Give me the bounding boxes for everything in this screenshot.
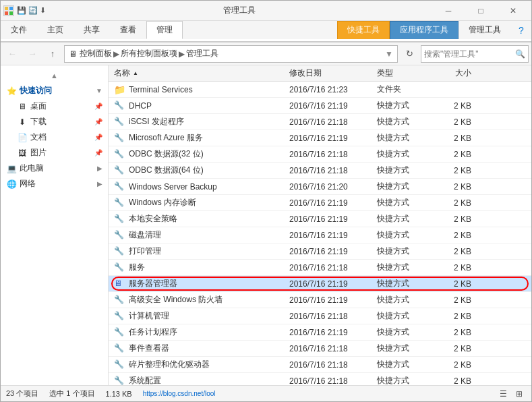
- ribbon-tabs: 文件 主页 共享 查看 管理 快捷工具 应用程序工具 管理工具 ?: [1, 21, 531, 39]
- table-row[interactable]: 🔧 iSCSI 发起程序 2016/7/16 21:18 快捷方式 2 KB: [109, 114, 531, 130]
- shortcut-icon: 🔧: [114, 376, 125, 386]
- table-row[interactable]: 🔧 任务计划程序 2016/7/16 21:19 快捷方式 2 KB: [109, 324, 531, 341]
- file-name-cell: 🔧 Windows 内存诊断: [114, 197, 289, 208]
- table-row[interactable]: 🔧 ODBC 数据源(64 位) 2016/7/16 21:18 快捷方式 2 …: [109, 163, 531, 179]
- details-view-button[interactable]: ☰: [496, 387, 510, 401]
- sidebar-item-this-pc[interactable]: 💻 此电脑 ▶: [1, 161, 108, 176]
- table-row[interactable]: 🔧 DHCP 2016/7/16 21:19 快捷方式 2 KB: [109, 98, 531, 114]
- file-name-cell: 🔧 计算机管理: [114, 310, 289, 322]
- tab-share[interactable]: 共享: [73, 21, 110, 39]
- picture-icon: 🖼: [17, 148, 28, 159]
- file-name: ODBC 数据源(32 位): [129, 148, 204, 160]
- shortcut-icon: 🔧: [114, 198, 125, 208]
- file-name-cell: 🔧 服务: [114, 262, 289, 273]
- column-header-name[interactable]: 名称 ▲: [114, 67, 289, 79]
- file-size: 2 KB: [431, 279, 471, 289]
- address-bar: ← → ↑ 🖥 控制面板 ▶ 所有控制面板项 ▶ 管理工具 ▼ ↻ 🔍: [1, 42, 531, 65]
- shortcut-icon: 🔧: [114, 262, 125, 273]
- search-box[interactable]: 🔍: [421, 45, 529, 63]
- file-explorer-window: 💾 🔄 ⬇ 管理工具 ─ □ ✕ 文件 主页 共享 查看 管理 快捷工具 应用程…: [0, 0, 532, 402]
- file-list-header: 名称 ▲ 修改日期 类型 大小: [109, 65, 531, 82]
- back-button[interactable]: ←: [3, 45, 21, 63]
- address-box[interactable]: 🖥 控制面板 ▶ 所有控制面板项 ▶ 管理工具 ▼: [64, 45, 398, 63]
- file-type: 文件夹: [377, 84, 431, 95]
- maximize-button[interactable]: □: [465, 1, 496, 21]
- file-size: 2 KB: [431, 117, 471, 127]
- table-row[interactable]: 🔧 Windows 内存诊断 2016/7/16 21:19 快捷方式 2 KB: [109, 195, 531, 211]
- file-date: 2016/7/16 21:18: [289, 344, 377, 353]
- table-row[interactable]: 🔧 本地安全策略 2016/7/16 21:19 快捷方式 2 KB: [109, 211, 531, 227]
- file-name: 打印管理: [129, 246, 161, 257]
- breadcrumb-dropdown-icon[interactable]: ▼: [385, 49, 393, 59]
- file-size: 2 KB: [431, 214, 471, 224]
- desktop-icon: 🖥: [17, 101, 28, 112]
- shortcut-icon: 🔧: [114, 165, 125, 176]
- table-row[interactable]: 🔧 服务 2016/7/16 21:18 快捷方式 2 KB: [109, 260, 531, 276]
- sidebar-label-desktop: 桌面: [30, 100, 47, 112]
- file-name: 本地安全策略: [129, 213, 177, 225]
- sidebar-collapse-btn[interactable]: ▲: [1, 68, 108, 83]
- shortcut-icon: 🔧: [114, 214, 125, 225]
- close-button[interactable]: ✕: [498, 1, 529, 21]
- table-row[interactable]: 🔧 计算机管理 2016/7/16 21:18 快捷方式 2 KB: [109, 308, 531, 324]
- table-row[interactable]: 🔧 Microsoft Azure 服务 2016/7/16 21:19 快捷方…: [109, 130, 531, 146]
- file-date: 2016/7/16 21:19: [289, 214, 377, 224]
- sidebar-item-desktop[interactable]: 🖥 桌面 📌: [1, 98, 108, 114]
- search-input[interactable]: [424, 49, 515, 59]
- table-row[interactable]: 🔧 事件查看器 2016/7/16 21:18 快捷方式 2 KB: [109, 341, 531, 357]
- tab-admin-tools[interactable]: 管理工具: [459, 21, 511, 39]
- search-icon[interactable]: 🔍: [515, 49, 525, 59]
- shortcut-icon: 🔧: [114, 100, 125, 111]
- table-row[interactable]: 🔧 ODBC 数据源(32 位) 2016/7/16 21:18 快捷方式 2 …: [109, 146, 531, 163]
- file-name-cell: 🔧 DHCP: [114, 100, 289, 111]
- sidebar-item-download[interactable]: ⬇ 下载 📌: [1, 114, 108, 130]
- table-row[interactable]: 📁 Terminal Services 2016/7/16 21:23 文件夹: [109, 82, 531, 98]
- large-icons-view-button[interactable]: ⊞: [512, 387, 526, 401]
- table-row-selected[interactable]: 🖥 服务器管理器 2016/7/16 21:19 快捷方式 2 KB: [109, 276, 531, 292]
- table-row[interactable]: 🔧 Windows Server Backup 2016/7/16 21:20 …: [109, 179, 531, 195]
- file-name-cell: 🔧 iSCSI 发起程序: [114, 116, 289, 127]
- column-header-size[interactable]: 大小: [431, 67, 471, 79]
- table-row[interactable]: 🔧 磁盘清理 2016/7/16 21:19 快捷方式 2 KB: [109, 227, 531, 243]
- sidebar-item-network[interactable]: 🌐 网络 ▶: [1, 176, 108, 192]
- sidebar-item-document[interactable]: 📄 文档 📌: [1, 130, 108, 145]
- tab-manage[interactable]: 管理: [146, 21, 183, 39]
- tab-quick-tools[interactable]: 快捷工具: [337, 21, 390, 39]
- file-name-cell: 🔧 事件查看器: [114, 343, 289, 354]
- file-name: Windows 内存诊断: [129, 197, 196, 208]
- file-size: 2 KB: [431, 182, 471, 192]
- ribbon-content-strip: [1, 39, 531, 42]
- column-header-type[interactable]: 类型: [377, 67, 431, 79]
- file-name: 磁盘清理: [129, 229, 161, 241]
- breadcrumb-sep-1: ▶: [113, 49, 119, 59]
- file-size: 2 KB: [431, 101, 471, 111]
- file-date: 2016/7/16 21:19: [289, 295, 377, 305]
- tab-file[interactable]: 文件: [1, 21, 37, 39]
- quick-access-toolbar: 💾 🔄 ⬇: [17, 6, 46, 15]
- tab-view[interactable]: 查看: [110, 21, 146, 39]
- table-row[interactable]: 🔧 系统配置 2016/7/16 21:18 快捷方式 2 KB: [109, 373, 531, 385]
- sidebar-label-quick-access: 快速访问: [20, 85, 52, 96]
- table-row[interactable]: 🔧 高级安全 Windows 防火墙 2016/7/16 21:19 快捷方式 …: [109, 292, 531, 308]
- refresh-button[interactable]: ↻: [401, 45, 418, 63]
- file-type: 快捷方式: [377, 213, 431, 225]
- file-date: 2016/7/16 21:19: [289, 101, 377, 111]
- forward-button[interactable]: →: [24, 45, 41, 63]
- shortcut-icon: 🔧: [114, 149, 125, 160]
- tab-app-tools[interactable]: 应用程序工具: [390, 21, 459, 39]
- help-button[interactable]: ?: [511, 21, 531, 39]
- breadcrumb-2: 所有控制面板项: [121, 48, 177, 59]
- file-type: 快捷方式: [377, 181, 431, 192]
- minimize-button[interactable]: ─: [433, 1, 464, 21]
- window-controls: ─ □ ✕: [433, 1, 529, 21]
- sidebar-item-quick-access[interactable]: ⭐ 快速访问 ▼: [1, 83, 108, 98]
- tab-home[interactable]: 主页: [37, 21, 73, 39]
- up-button[interactable]: ↑: [44, 45, 61, 63]
- expand-icon-3: ▶: [97, 180, 102, 188]
- shortcut-icon: 🖥: [114, 279, 125, 289]
- expand-icon-2: ▶: [97, 165, 102, 172]
- sidebar-item-picture[interactable]: 🖼 图片 📌: [1, 145, 108, 161]
- table-row[interactable]: 🔧 碎片整理和优化驱动器 2016/7/16 21:18 快捷方式 2 KB: [109, 357, 531, 373]
- table-row[interactable]: 🔧 打印管理 2016/7/16 21:19 快捷方式 2 KB: [109, 243, 531, 260]
- column-header-date[interactable]: 修改日期: [289, 67, 377, 79]
